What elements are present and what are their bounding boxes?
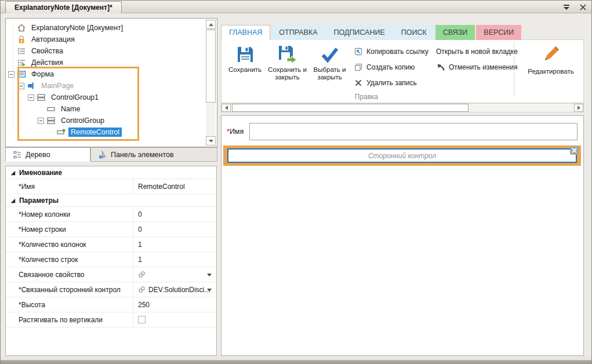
выбрать-и-закрыть-button[interactable]: Выбрать и закрыть (308, 43, 351, 81)
property-value[interactable]: 1 (133, 237, 216, 252)
property-value[interactable] (133, 312, 216, 327)
save-close-icon (278, 45, 297, 64)
panel-tab-label: Дерево (26, 151, 50, 159)
ribbon-scrollbar[interactable] (221, 103, 584, 112)
property-label: Растягивать по вертикали (19, 312, 103, 327)
scroll-right-icon[interactable] (574, 104, 583, 112)
button-label: Сохранить и закрыть (266, 66, 308, 81)
property-value-text: 1 (138, 241, 142, 249)
chevron-down-icon[interactable] (207, 289, 212, 292)
tree-item-explanatorynote-документ-[interactable]: ExplanatoryNote [Документ] (8, 22, 204, 34)
property-value[interactable]: 0 (133, 207, 216, 221)
remote-control-icon (56, 128, 66, 137)
ribbon-group-label: Правка (221, 93, 511, 101)
property-row: *Высота250 (6, 297, 216, 312)
tree-item-label: ControlGroup1 (49, 93, 101, 102)
remote-control-selection[interactable]: Сторонний контрол (223, 145, 581, 166)
tree-item-label: Форма (29, 70, 56, 79)
status-bar (1, 356, 592, 360)
property-value[interactable] (133, 267, 216, 282)
tree-expander-icon[interactable] (18, 83, 24, 89)
name-field-input[interactable] (249, 123, 578, 140)
panel-tab-tree[interactable]: Дерево (5, 147, 90, 162)
chevron-down-icon[interactable] (207, 274, 212, 276)
property-value[interactable]: RemoteControl (133, 179, 216, 194)
button-label: Копировать ссылку (366, 48, 428, 56)
property-label: *Номер строки (19, 222, 66, 236)
property-value[interactable]: 250 (133, 297, 216, 312)
page-icon (27, 81, 37, 90)
remote-control-placeholder[interactable]: Сторонний контрол (227, 148, 577, 163)
undo-icon (436, 63, 445, 72)
property-group-label: Параметры (19, 196, 59, 205)
property-row: Связанное свойство (6, 267, 216, 282)
tree-item-remotecontrol[interactable]: RemoteControl (8, 126, 204, 138)
property-value[interactable]: 1 (133, 252, 216, 267)
ribbon-tab-версии[interactable]: ВЕРСИИ (476, 25, 521, 40)
check-icon (320, 45, 340, 64)
property-label: *Количество строк (19, 252, 78, 267)
tree-item-свойства[interactable]: Свойства (8, 45, 204, 57)
property-group-header[interactable]: ◢Именование (6, 166, 216, 179)
tree-item-label: Name (59, 104, 82, 114)
edit-button-label: Редактировать (528, 68, 573, 75)
remote-control-placeholder-text: Сторонний контрол (368, 152, 436, 160)
отменить-изменения-button[interactable]: Отменить изменения (436, 59, 518, 75)
window-close-icon[interactable] (579, 3, 587, 11)
tree-item-авторизация[interactable]: Авторизация (8, 34, 204, 45)
property-value-text: RemoteControl (138, 183, 185, 191)
elements-panel-icon (98, 150, 107, 159)
remote-control-close-icon[interactable] (570, 146, 579, 155)
tree-item-действия[interactable]: Действия (8, 57, 204, 68)
edit-button[interactable]: Редактировать (522, 42, 580, 75)
ribbon-tab-подписание[interactable]: ПОДПИСАНИЕ (326, 25, 392, 40)
copy-icon (354, 63, 363, 72)
property-value[interactable]: DEV.SolutionDisci... (133, 282, 216, 297)
properties-icon (17, 46, 27, 56)
ribbon-tab-связи[interactable]: СВЯЗИ (435, 25, 475, 40)
lock-icon (17, 35, 27, 44)
создать-копию-button[interactable]: Создать копию (354, 59, 428, 75)
сохранить-и-закрыть-button[interactable]: Сохранить и закрыть (266, 43, 308, 81)
tree-expander-icon[interactable] (8, 71, 14, 78)
tree-item-label: ControlGroup (59, 116, 107, 125)
tree-item-label: Авторизация (29, 35, 77, 44)
document-tab[interactable]: ExplanatoryNote [Документ]* (5, 1, 122, 13)
delete-icon (354, 78, 363, 88)
property-label: *Номер колонки (19, 207, 70, 221)
form-panel: *Имя Сторонний контрол (221, 115, 584, 356)
tree-panel: ExplanatoryNote [Документ]АвторизацияСво… (5, 18, 217, 147)
копировать-ссылку-button[interactable]: Копировать ссылку (354, 43, 428, 59)
scroll-up-icon[interactable] (206, 20, 216, 29)
checkbox[interactable] (138, 316, 146, 323)
scroll-down-icon[interactable] (206, 136, 216, 145)
ribbon-tab-отправка[interactable]: ОТПРАВКА (271, 25, 325, 40)
tree-item-форма[interactable]: Форма (8, 68, 204, 80)
save-icon (235, 45, 255, 64)
tree-expander-icon[interactable] (38, 118, 44, 124)
property-group-header[interactable]: ◢Параметры (6, 194, 216, 207)
ribbon-tab-главная[interactable]: ГЛАВНАЯ (221, 25, 270, 40)
property-label: Связанное свойство (19, 267, 85, 282)
tree-item-label: RemoteControl (68, 128, 122, 137)
ribbon-scrollbar-thumb[interactable] (232, 104, 468, 112)
property-value-text: 250 (138, 301, 150, 309)
property-value[interactable]: 0 (133, 222, 216, 236)
window-menu-icon[interactable] (562, 3, 571, 11)
tree-expander-icon[interactable] (28, 94, 34, 101)
panel-tab-elements[interactable]: Панель элементов (90, 147, 217, 162)
tree-item-mainpage[interactable]: MainPage (8, 80, 204, 92)
tree-scrollbar-thumb[interactable] (206, 30, 216, 103)
tree-icon (13, 150, 22, 159)
scroll-left-icon[interactable] (221, 104, 231, 112)
tree-scrollbar[interactable] (206, 20, 216, 145)
copy-link-icon (354, 47, 363, 56)
ribbon-tab-поиск[interactable]: ПОИСК (394, 25, 434, 40)
сохранить-button[interactable]: Сохранить (224, 43, 266, 81)
tree-item-name[interactable]: Name (8, 103, 204, 115)
открыть-в-новой-вкладке-button[interactable]: Открыть в новой вкладке (436, 43, 518, 59)
tree-item-label: Свойства (29, 46, 66, 56)
удалить-запись-button[interactable]: Удалить запись (354, 75, 428, 90)
tree-item-controlgroup[interactable]: ControlGroup (8, 115, 204, 126)
tree-item-controlgroup1[interactable]: ControlGroup1 (8, 92, 204, 103)
